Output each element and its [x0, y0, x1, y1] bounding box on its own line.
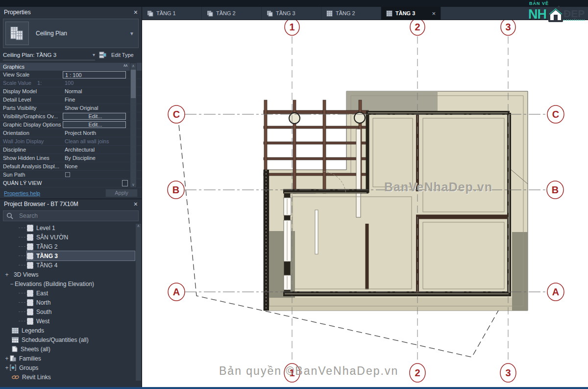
wall-join-value: Clean all wall joins: [63, 138, 126, 144]
hatched-wall-strip[interactable]: [264, 170, 269, 311]
apply-button[interactable]: Apply: [105, 189, 138, 197]
orientation-value[interactable]: Project North: [63, 130, 126, 136]
floor-plan-icon: [147, 10, 153, 17]
browser-search-box[interactable]: [3, 210, 139, 221]
tree-item-revit-links[interactable]: Revit Links: [0, 372, 142, 382]
show-hidden-lines-value[interactable]: By Discipline: [63, 155, 126, 161]
properties-grid: Graphics ∧∧ View Scale 1 : 100 Scale Val…: [0, 63, 142, 187]
section-mini-box: [122, 180, 128, 186]
tree-item-3d-views[interactable]: + 3D Views: [0, 270, 142, 279]
svg-text:C: C: [552, 109, 559, 120]
search-icon: [6, 212, 13, 219]
prop-row-graphic-display-options: Graphic Display Options Edit...: [0, 121, 142, 129]
prop-row-detail-level: Detail Level Fine: [0, 96, 142, 104]
tree-item-tang-4[interactable]: TẦNG 4: [0, 260, 142, 270]
close-tab-icon[interactable]: ×: [432, 10, 436, 17]
display-model-value[interactable]: Normal: [63, 88, 126, 94]
legends-icon: [12, 328, 19, 334]
tab-tang-1[interactable]: TẦNG 1: [142, 7, 202, 20]
type-selector[interactable]: Ceiling Plan ▼: [3, 19, 139, 48]
groups-icon: [10, 364, 16, 371]
default-analysis-value[interactable]: None: [63, 163, 126, 169]
visibility-edit-button[interactable]: Edit...: [63, 113, 126, 120]
chevron-down-icon[interactable]: ▼: [129, 31, 134, 36]
parts-visibility-value[interactable]: Show Original: [63, 105, 126, 111]
collapse-section-icon[interactable]: ∧∧: [123, 63, 127, 68]
tree-item-west[interactable]: West: [0, 316, 142, 326]
properties-help-link[interactable]: Properties help: [4, 190, 40, 196]
project-browser-close-icon[interactable]: ×: [134, 201, 138, 207]
svg-text:Bản quyền ©BanVeNhaDep.vn: Bản quyền ©BanVeNhaDep.vn: [219, 364, 398, 377]
view-icon: [27, 318, 33, 325]
link-icon: [12, 375, 19, 380]
logo-word-right: ĐẸP: [564, 8, 585, 21]
tree-item-level-1[interactable]: Level 1: [0, 223, 142, 233]
tree-item-schedules[interactable]: Schedules/Quantities (all): [0, 335, 142, 344]
collapse-icon[interactable]: −: [9, 281, 15, 287]
tree-item-tang-3[interactable]: TẦNG 3: [0, 251, 142, 260]
tab-tang-3-ceiling-active[interactable]: TẦNG 3 ×: [381, 7, 441, 20]
edit-type-button[interactable]: Edit Type: [99, 52, 134, 58]
floor-plan-icon: [267, 10, 273, 17]
type-selector-label: Ceiling Plan: [29, 30, 129, 37]
view-tab-bar: TẦNG 1 TẦNG 2 TẦNG 3 TẦNG 2 TẦNG 3 ×: [142, 7, 588, 20]
house-icon: [546, 5, 565, 24]
scroll-up-icon[interactable]: ∧: [132, 63, 135, 69]
tree-item-elevations[interactable]: − Elevations (Building Elevation): [0, 279, 142, 288]
logo-word-left: NH: [528, 7, 546, 22]
status-strip: [0, 387, 588, 389]
prop-row-scale-value: Scale Value 1: 100: [0, 79, 142, 87]
chevron-down-icon[interactable]: ▾: [93, 50, 95, 60]
scrollbar-thumb[interactable]: [131, 70, 136, 98]
tab-tang-3-floor[interactable]: TẦNG 3: [262, 7, 321, 20]
prop-row-discipline: Discipline Architectural: [0, 146, 142, 154]
sun-path-checkbox[interactable]: [65, 172, 70, 177]
detail-level-value[interactable]: Fine: [63, 97, 126, 103]
browser-scrollbar[interactable]: ∧: [135, 223, 142, 381]
watermark-center: BanVeNhaDep.vn BanVeNhaDep.vn: [384, 180, 493, 194]
tree-item-families[interactable]: + Families: [0, 354, 142, 363]
properties-close-icon[interactable]: ×: [134, 9, 138, 16]
tree-item-groups[interactable]: + Groups: [0, 363, 142, 372]
drawing-canvas[interactable]: 1 2 3 1 2 3 C B A C B A BanVeNhaDep.vn B…: [142, 20, 588, 388]
graphics-section-header[interactable]: Graphics ∧∧: [0, 63, 142, 71]
tree-item-east[interactable]: East: [0, 288, 142, 298]
tree-item-north[interactable]: North: [0, 298, 142, 307]
prop-row-wall-join-display: Wall Join Display Clean all wall joins: [0, 137, 142, 146]
tab-tang-2[interactable]: TẦNG 2: [202, 7, 262, 20]
expand-icon[interactable]: +: [4, 364, 10, 371]
tab-tang-2-ceiling[interactable]: TẦNG 2: [321, 7, 381, 20]
view-scale-value[interactable]: 1 : 100: [63, 71, 126, 78]
expand-icon[interactable]: +: [4, 355, 10, 362]
tree-item-sheets[interactable]: Sheets (all): [0, 344, 142, 354]
graphic-display-edit-button[interactable]: Edit...: [63, 121, 126, 128]
prop-row-default-analysis: Default Analysis Displ... None: [0, 162, 142, 171]
view-icon: [27, 234, 33, 241]
view-icon: [27, 299, 33, 306]
tree-item-legends[interactable]: Legends: [0, 326, 142, 335]
sheet-icon: [12, 346, 18, 352]
watermark-bottom: Bản quyền ©BanVeNhaDep.vn: [219, 364, 398, 377]
prop-row-show-hidden-lines: Show Hidden Lines By Discipline: [0, 154, 142, 162]
wall-openings[interactable]: [284, 198, 291, 290]
instance-selector[interactable]: Ceiling Plan: TẦNG 3 ▾: [3, 50, 95, 60]
edit-type-icon: [99, 52, 106, 58]
project-browser-tree: Level 1 SÂN VƯỜN TẦNG 2 TẦNG 3 TẦNG 4 + …: [0, 223, 142, 382]
instance-selector-row: Ceiling Plan: TẦNG 3 ▾ Edit Type: [0, 49, 142, 61]
tree-item-south[interactable]: South: [0, 307, 142, 316]
expand-icon[interactable]: +: [4, 271, 10, 278]
discipline-value[interactable]: Architectural: [63, 147, 126, 153]
tree-item-san-vuon[interactable]: SÂN VƯỜN: [0, 233, 142, 242]
svg-text:3: 3: [505, 367, 511, 378]
tree-item-tang-2[interactable]: TẦNG 2: [0, 242, 142, 251]
building-roof-slab[interactable]: [264, 91, 528, 311]
properties-scrollbar[interactable]: ∧ ∨: [130, 63, 137, 188]
search-input[interactable]: [19, 212, 122, 219]
scroll-down-icon[interactable]: ∨: [132, 182, 135, 187]
view-icon: [27, 243, 33, 250]
window-top-strip: [0, 0, 588, 7]
view-management-section-header[interactable]: QUẢN LÝ VIEW: [0, 179, 142, 187]
svg-text:3: 3: [505, 22, 511, 32]
left-dock-panel: Properties × Ceiling Plan ▼ Ceiling Plan…: [0, 7, 142, 389]
scale-value: 100: [63, 80, 126, 86]
